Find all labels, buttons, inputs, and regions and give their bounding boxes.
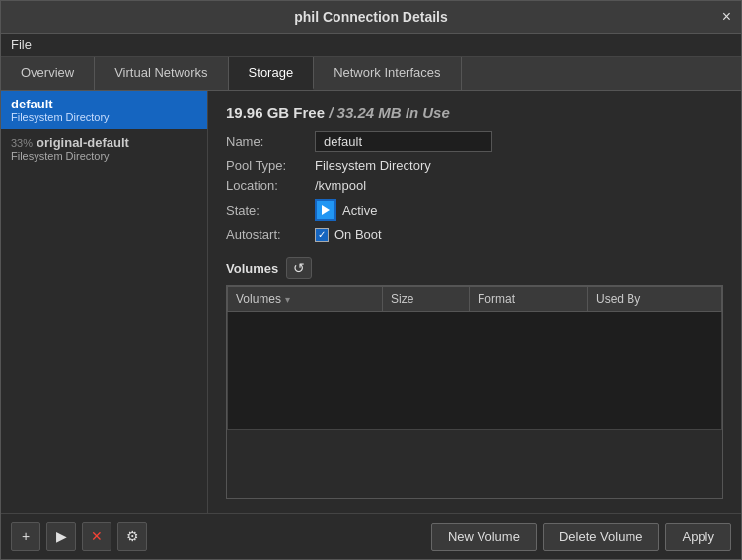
pool-inuse: / 33.24 MB In Use: [329, 105, 450, 121]
empty-table-area: [228, 312, 722, 430]
tabs-bar: Overview Virtual Networks Storage Networ…: [1, 57, 741, 91]
sidebar-item-default-name: default: [11, 97, 197, 111]
tab-storage[interactable]: Storage: [229, 57, 315, 90]
config-pool-button[interactable]: ⚙: [117, 522, 147, 551]
pool-free: 19.96 GB Free: [226, 105, 325, 121]
volumes-table-wrapper: Volumes ▾ Size Format Used By: [226, 285, 723, 499]
pool-type-row: Pool Type: Filesystem Directory: [226, 158, 723, 173]
refresh-volumes-button[interactable]: ↺: [286, 257, 312, 279]
sidebar-item-original-default-name: original-default: [37, 135, 129, 150]
volumes-table-header-row: Volumes ▾ Size Format Used By: [228, 287, 722, 312]
main-panel: 19.96 GB Free / 33.24 MB In Use Name: de…: [208, 91, 741, 513]
autostart-value: On Boot: [334, 227, 382, 242]
pool-type-label: Pool Type:: [226, 158, 315, 173]
add-pool-button[interactable]: +: [11, 522, 40, 551]
sidebar-item-default-type: Filesystem Directory: [11, 111, 197, 123]
dialog-title: phil Connection Details: [294, 9, 448, 25]
autostart-checkbox-icon: ✓: [315, 228, 329, 242]
location-label: Location:: [226, 178, 315, 193]
volumes-table: Volumes ▾ Size Format Used By: [227, 286, 722, 430]
name-row: Name: default: [226, 131, 723, 152]
title-bar: phil Connection Details ×: [1, 1, 741, 34]
pool-header: 19.96 GB Free / 33.24 MB In Use: [226, 105, 723, 121]
autostart-row: Autostart: ✓ On Boot: [226, 227, 723, 242]
volumes-label: Volumes: [226, 261, 278, 276]
name-label: Name:: [226, 134, 315, 149]
state-row: State: Active: [226, 199, 723, 221]
apply-button[interactable]: Apply: [665, 523, 731, 551]
new-volume-button[interactable]: New Volume: [431, 523, 537, 551]
content-area: default Filesystem Directory 33% origina…: [1, 91, 741, 513]
pool-sidebar: default Filesystem Directory 33% origina…: [1, 91, 208, 513]
tab-network-interfaces[interactable]: Network Interfaces: [314, 57, 461, 90]
sort-arrow-icon: ▾: [285, 294, 290, 305]
location-row: Location: /kvmpool: [226, 178, 723, 193]
tab-overview[interactable]: Overview: [1, 57, 95, 90]
col-header-format: Format: [470, 287, 588, 312]
sidebar-item-default[interactable]: default Filesystem Directory: [1, 91, 207, 129]
volumes-section-header: Volumes ↺: [226, 257, 723, 279]
state-label: State:: [226, 203, 315, 218]
location-value: /kvmpool: [315, 178, 366, 193]
col-header-volumes: Volumes ▾: [228, 287, 383, 312]
menu-bar: File: [1, 34, 741, 57]
sidebar-item-original-default[interactable]: 33% original-default Filesystem Director…: [1, 129, 207, 168]
state-play-icon: [315, 199, 336, 221]
col-header-size: Size: [383, 287, 470, 312]
state-value: Active: [342, 203, 377, 218]
col-header-used-by: Used By: [588, 287, 722, 312]
file-menu[interactable]: File: [11, 37, 32, 52]
sidebar-item-prefix: 33%: [11, 137, 33, 149]
delete-volume-button[interactable]: Delete Volume: [543, 523, 660, 551]
sidebar-item-original-default-type: Filesystem Directory: [11, 150, 197, 162]
stop-pool-button[interactable]: ✕: [82, 522, 111, 551]
autostart-label: Autostart:: [226, 227, 315, 242]
start-pool-button[interactable]: ▶: [46, 522, 76, 551]
tab-virtual-networks[interactable]: Virtual Networks: [95, 57, 228, 90]
pool-name-value: default: [315, 131, 492, 152]
dialog-window: phil Connection Details × File Overview …: [0, 0, 742, 560]
close-button[interactable]: ×: [722, 9, 731, 25]
bottom-bar: + ▶ ✕ ⚙ New Volume Delete Volume Apply: [1, 513, 741, 559]
pool-type-value: Filesystem Directory: [315, 158, 431, 173]
